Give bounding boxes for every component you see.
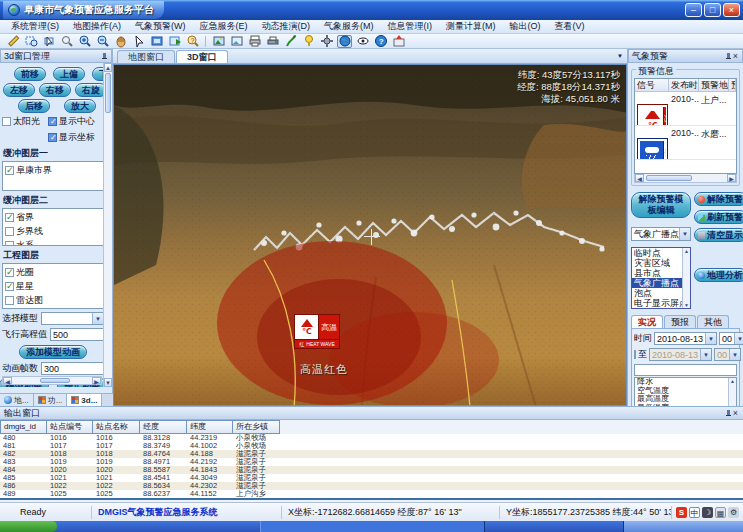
keyboard-icon[interactable]: ▦ <box>715 507 726 518</box>
left-panel-horizontal-scrollbar[interactable]: ◀ ▶ <box>2 376 102 385</box>
zoom-out-icon[interactable] <box>95 35 110 48</box>
scroll-down-icon[interactable]: ▼ <box>104 378 112 387</box>
chevron-down-icon[interactable]: ▼ <box>734 333 743 344</box>
tab-forecast[interactable]: 预报 <box>664 315 696 328</box>
fly-path-icon[interactable] <box>283 35 298 48</box>
layer-item[interactable]: 星星 <box>5 280 101 293</box>
measure-icon[interactable] <box>5 35 20 48</box>
list-vscrollbar[interactable]: ▲▼ <box>682 248 690 308</box>
taskbar-window-button[interactable] <box>260 521 485 532</box>
buffer-layer1-list[interactable]: 阜康市界 <box>2 161 104 191</box>
close-button[interactable]: × <box>723 3 740 17</box>
table-row[interactable]: 4891025102588.623744.1152上户沟乡 <box>0 490 743 498</box>
settings-gear-icon[interactable] <box>319 35 334 48</box>
taskbar-tray-area[interactable] <box>623 521 743 532</box>
scroll-up-icon[interactable]: ▲ <box>104 63 112 72</box>
move-right-button[interactable]: 右移 <box>39 83 71 97</box>
zoom-select-icon[interactable] <box>59 35 74 48</box>
identify-icon[interactable]: ? <box>185 35 200 48</box>
column-header[interactable]: 经度 <box>140 420 187 434</box>
chevron-down-icon[interactable]: ▼ <box>729 349 740 360</box>
menu-weather-warning[interactable]: 气象预警(W) <box>128 20 193 33</box>
tab-functions[interactable]: 功... <box>34 394 68 406</box>
scrollbar-thumb[interactable] <box>105 73 111 113</box>
tab-live[interactable]: 实况 <box>631 315 663 328</box>
menu-info-mgmt[interactable]: 信息管理(I) <box>381 20 440 33</box>
wrench-icon[interactable]: ⚙ <box>728 507 739 518</box>
pin-icon[interactable] <box>724 52 732 61</box>
chevron-down-icon[interactable]: ▼ <box>679 228 690 240</box>
zoom-window-icon[interactable] <box>23 35 38 48</box>
column-header[interactable]: 站点名称 <box>93 420 140 434</box>
scroll-right-icon[interactable]: ▶ <box>727 174 736 182</box>
table-row[interactable]: 4821018101888.476444.188滋泥泉子 <box>0 450 743 458</box>
layer-item[interactable]: 省界 <box>5 211 101 224</box>
tilt-up-button[interactable]: 上偏 <box>53 67 85 81</box>
warning-table[interactable]: 信号 发布时间 预警地区 预 ℃高温 红HEAT WAVE 2010-... <box>634 78 737 174</box>
full-extent-icon[interactable] <box>149 35 164 48</box>
pin-icon[interactable] <box>100 52 108 61</box>
to-date-checkbox[interactable] <box>634 350 636 359</box>
col-area[interactable]: 预警地区 <box>699 79 729 92</box>
minimize-button[interactable]: – <box>685 3 702 17</box>
clear-display-button[interactable]: 清空显示 <box>694 228 743 242</box>
col-signal[interactable]: 信号 <box>635 79 669 92</box>
menu-map-ops[interactable]: 地图操作(A) <box>66 20 128 33</box>
snapshot-icon[interactable] <box>229 35 244 48</box>
light-icon[interactable] <box>301 35 316 48</box>
image-icon[interactable] <box>211 35 226 48</box>
dismiss-warning-button[interactable]: 解除预警 <box>694 192 743 206</box>
project-layers-list[interactable]: 光圈 星星 雷达图 云图 <box>2 263 104 309</box>
column-header[interactable]: 纬度 <box>187 420 233 434</box>
refresh-warning-button[interactable]: 刷新预警 <box>694 210 743 224</box>
move-left-button[interactable]: 左移 <box>3 83 35 97</box>
table-row[interactable]: 4811017101788.374944.1002小泉牧场 <box>0 442 743 450</box>
date-combo[interactable]: 2010-08-13▼ <box>654 332 717 345</box>
flight-elevation-input[interactable]: 500 <box>50 328 104 341</box>
table-row[interactable]: 4831019101988.497144.2192滋泥泉子 <box>0 458 743 466</box>
zoom-in-3d-button[interactable]: 放大 <box>64 99 96 113</box>
globe-3d-icon[interactable] <box>337 35 352 48</box>
layer-item[interactable]: 雷达图 <box>5 294 101 307</box>
scroll-right-icon[interactable]: ▶ <box>92 377 101 384</box>
chevron-down-icon[interactable]: ▼ <box>705 333 716 344</box>
chinese-input-icon[interactable]: 中 <box>689 507 700 518</box>
scrollbar-thumb[interactable] <box>646 175 692 181</box>
frame-count-input[interactable]: 300 <box>41 362 104 375</box>
print-icon[interactable] <box>247 35 262 48</box>
dismiss-warning-template-button[interactable]: 解除预警模板编辑 <box>631 192 691 218</box>
table-row[interactable]: 4801016101688.312844.2319小泉牧场 <box>0 434 743 442</box>
sogou-icon[interactable]: S <box>676 507 687 518</box>
table-row[interactable]: 4851021102188.454144.3049滋泥泉子 <box>0 474 743 482</box>
pan-icon[interactable] <box>113 35 128 48</box>
move-forward-button[interactable]: 前移 <box>14 67 46 81</box>
plot-icon[interactable] <box>265 35 280 48</box>
layer-item[interactable]: 阜康市界 <box>5 164 101 177</box>
show-coords-checkbox[interactable]: 显示坐标 <box>48 131 95 144</box>
col-more[interactable]: 预 <box>729 79 736 92</box>
help-icon[interactable]: ? <box>373 35 388 48</box>
tab-list-dropdown-icon[interactable]: ▼ <box>617 53 623 59</box>
column-header[interactable]: 站点编号 <box>47 420 93 434</box>
menu-simulation[interactable]: 动态推演(D) <box>255 20 318 33</box>
menu-measure[interactable]: 测量计算(M) <box>439 20 503 33</box>
tab-3d-window[interactable]: 3D窗口 <box>176 50 228 63</box>
buffer-layer2-list[interactable]: 省界 乡界线 水系 <box>2 208 104 246</box>
element-filter-input[interactable] <box>634 364 737 376</box>
sunlight-checkbox[interactable]: 太阳光 <box>2 115 48 128</box>
point-type-combo[interactable]: 气象广播点▼ <box>631 227 691 241</box>
menu-emergency[interactable]: 应急服务(E) <box>193 20 255 33</box>
column-header[interactable]: 所在乡镇 <box>233 420 280 434</box>
layer-item[interactable]: 乡界线 <box>5 225 101 238</box>
show-center-checkbox[interactable]: 显示中心 <box>48 115 95 128</box>
layer-item[interactable]: 云图 <box>5 308 101 309</box>
tab-map-layers[interactable]: 地... <box>0 394 34 406</box>
layer-item[interactable]: 光圈 <box>5 266 101 279</box>
date2-combo[interactable]: 2010-08-13▼ <box>649 348 712 361</box>
layer-item[interactable]: 水系 <box>5 239 101 246</box>
menu-system[interactable]: 系统管理(S) <box>4 20 66 33</box>
tab-3d-management[interactable]: 3d... <box>67 394 102 406</box>
moon-icon[interactable]: ☽ <box>702 507 713 518</box>
menu-weather-service[interactable]: 气象服务(M) <box>317 20 381 33</box>
scroll-left-icon[interactable]: ◀ <box>635 174 644 182</box>
